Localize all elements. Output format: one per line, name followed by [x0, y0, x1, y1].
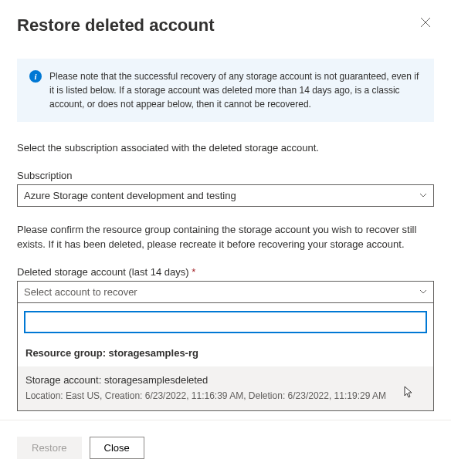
deleted-account-placeholder: Select account to recover — [24, 286, 137, 298]
cursor-icon — [401, 386, 413, 403]
subscription-value: Azure Storage content development and te… — [24, 190, 236, 201]
subscription-select[interactable]: Azure Storage content development and te… — [17, 184, 434, 207]
deleted-account-select[interactable]: Select account to recover — [17, 281, 434, 303]
footer-divider — [0, 420, 451, 420]
chevron-down-icon — [419, 289, 427, 294]
dropdown-group-header: Resource group: storagesamples-rg — [18, 339, 433, 366]
subscription-label: Subscription — [17, 170, 434, 181]
deleted-account-label: Deleted storage account (last 14 days) * — [17, 266, 434, 278]
close-button[interactable]: Close — [90, 437, 144, 459]
deleted-account-dropdown: Resource group: storagesamples-rg Storag… — [17, 303, 434, 411]
info-banner: i Please note that the successful recove… — [17, 59, 434, 122]
restore-button: Restore — [17, 437, 82, 459]
instruction-subscription: Select the subscription associated with … — [17, 140, 434, 156]
dropdown-option-meta: Location: East US, Creation: 6/23/2022, … — [25, 390, 426, 401]
chevron-down-icon — [419, 193, 427, 197]
instruction-resource-group: Please confirm the resource group contai… — [17, 222, 434, 252]
info-text: Please note that the successful recovery… — [49, 69, 422, 111]
info-icon: i — [29, 70, 42, 83]
close-icon[interactable] — [417, 15, 434, 32]
dropdown-option-title: Storage account: storagesamplesdeleted — [25, 374, 426, 386]
dropdown-search-input[interactable] — [24, 311, 427, 333]
dropdown-option[interactable]: Storage account: storagesamplesdeleted L… — [18, 366, 433, 410]
page-title: Restore deleted account — [17, 15, 215, 35]
